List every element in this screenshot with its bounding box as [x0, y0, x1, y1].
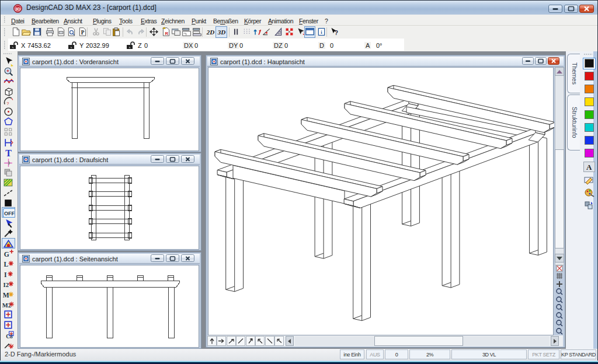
svg-text:G: G	[4, 251, 9, 258]
svg-text:T: T	[5, 148, 12, 158]
svg-text:R: R	[165, 31, 169, 36]
svg-text:3D: 3D	[217, 29, 226, 36]
svg-text:?: ?	[6, 101, 9, 106]
svg-text:I2: I2	[4, 282, 9, 288]
svg-text:I: I	[4, 271, 7, 279]
svg-text:C8: C8	[6, 334, 13, 340]
svg-text:?: ?	[335, 30, 338, 36]
svg-text:M2: M2	[2, 302, 11, 309]
svg-text:P: P	[81, 30, 85, 36]
svg-text:L: L	[4, 261, 8, 268]
svg-text:M: M	[3, 292, 9, 299]
svg-text:OFF: OFF	[4, 211, 15, 216]
svg-text:3D: 3D	[15, 6, 21, 12]
svg-text:2D: 2D	[206, 29, 215, 36]
